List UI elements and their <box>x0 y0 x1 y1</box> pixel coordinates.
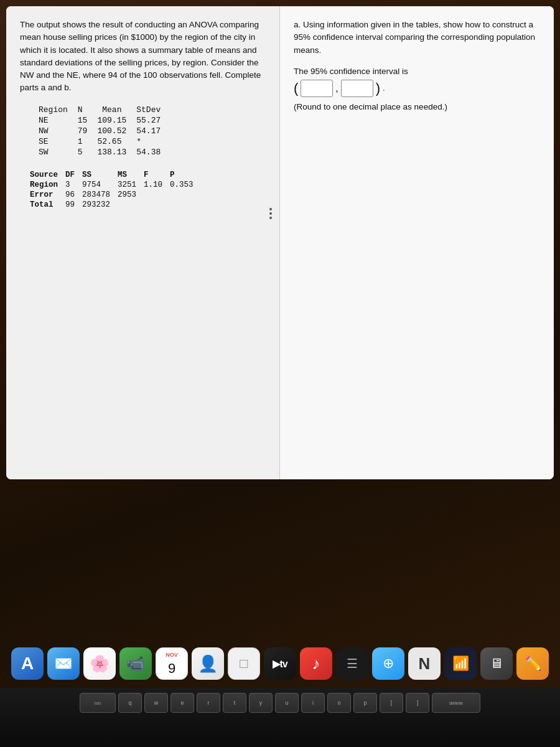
anova-error-p <box>166 190 197 200</box>
region-sw: SW <box>39 147 73 157</box>
confidence-section: The 95% confidence interval is ( , ) . (… <box>294 67 540 111</box>
anova-region-p: 0.353 <box>166 180 197 190</box>
dock-mail[interactable]: ✉️ <box>47 647 80 680</box>
anova-total-p <box>166 200 197 210</box>
anova-col-source: Source <box>26 170 62 180</box>
region-table: Region N Mean StDev NE 15 109.15 55.27 N… <box>39 105 266 157</box>
right-panel: a. Using information given in the tables… <box>280 6 554 479</box>
confidence-upper-input[interactable] <box>341 80 373 97</box>
key-p[interactable]: p <box>353 693 377 713</box>
main-content-area: The output shows the result of conductin… <box>6 6 554 479</box>
anova-col-ss: SS <box>78 170 114 180</box>
nw-n: 79 <box>73 126 93 136</box>
anova-region-ms: 3251 <box>114 180 140 190</box>
dock-photos[interactable]: 🌸 <box>83 647 116 680</box>
anova-col-p: P <box>166 170 197 180</box>
dock-contacts[interactable]: 👤 <box>192 647 224 680</box>
dock-music[interactable]: ♪ <box>300 647 332 680</box>
anova-error-label: Error <box>26 190 62 200</box>
region-se: SE <box>39 136 73 147</box>
nw-stdev: 54.17 <box>131 126 166 136</box>
dot-3 <box>269 217 272 219</box>
key-u[interactable]: u <box>275 693 299 713</box>
calendar-day: 9 <box>156 660 187 677</box>
dock: A ✉️ 🌸 📹 NOV 9 👤 □ ▶tv ♪ ☰ ⊕ N <box>0 640 560 685</box>
anova-col-ms: MS <box>114 170 140 180</box>
anova-error-ms: 2953 <box>114 190 140 200</box>
key-bracket-close[interactable]: ] <box>406 693 429 713</box>
anova-table: Source DF SS MS F P Region 3 9754 3251 1… <box>26 170 266 210</box>
close-paren: ) <box>376 82 380 95</box>
anova-total-df: 99 <box>62 200 78 210</box>
key-delete[interactable]: delete <box>432 693 480 713</box>
intro-paragraph: The output shows the result of conductin… <box>20 19 266 95</box>
ne-stdev: 55.27 <box>131 115 166 126</box>
confidence-interval-inputs: ( , ) . <box>294 80 540 97</box>
key-w[interactable]: w <box>144 693 168 713</box>
dock-launchpad[interactable]: A <box>11 647 44 680</box>
open-paren: ( <box>294 82 298 95</box>
anova-error-df: 96 <box>62 190 78 200</box>
dock-pen[interactable]: ✏️ <box>516 647 549 680</box>
sw-stdev: 54.38 <box>131 147 166 157</box>
dock-reminders[interactable]: ☰ <box>336 647 368 680</box>
ne-mean: 109.15 <box>92 115 131 126</box>
keyboard-area: tab q w e r t y u i o p [ ] delete <box>0 688 560 747</box>
left-panel: The output shows the result of conductin… <box>6 6 280 479</box>
key-o[interactable]: o <box>327 693 351 713</box>
anova-col-df: DF <box>62 170 78 180</box>
col-header-region: Region <box>39 105 73 115</box>
col-header-stdev: StDev <box>131 105 166 115</box>
dock-calendar[interactable]: NOV 9 <box>156 647 188 680</box>
dot-2 <box>269 212 272 215</box>
nw-mean: 100.52 <box>92 126 131 136</box>
anova-region-f: 1.10 <box>140 180 166 190</box>
anova-total-ss: 293232 <box>78 200 114 210</box>
key-q[interactable]: q <box>118 693 142 713</box>
key-t[interactable]: t <box>223 693 246 713</box>
dock-finder[interactable]: □ <box>228 647 260 680</box>
dot-1 <box>269 208 272 210</box>
dock-stats[interactable]: 📶 <box>444 647 477 680</box>
anova-total-f <box>140 200 166 210</box>
dock-display[interactable]: 🖥 <box>480 647 513 680</box>
dock-wifi[interactable]: ⊕ <box>372 647 404 680</box>
dock-facetime[interactable]: 📹 <box>119 647 152 680</box>
anova-region-ss: 9754 <box>78 180 114 190</box>
se-n: 1 <box>73 136 93 147</box>
col-header-n: N <box>73 105 93 115</box>
se-stdev: * <box>131 136 166 147</box>
ne-n: 15 <box>73 115 93 126</box>
comma-separator: , <box>335 83 338 94</box>
confidence-label: The 95% confidence interval is <box>294 67 540 76</box>
anova-total-ms <box>114 200 140 210</box>
region-ne: NE <box>39 115 73 126</box>
question-text: a. Using information given in the tables… <box>294 19 540 57</box>
region-nw: NW <box>39 126 73 136</box>
key-y[interactable]: y <box>249 693 273 713</box>
anova-col-f: F <box>140 170 166 180</box>
dock-tv[interactable]: ▶tv <box>264 647 296 680</box>
anova-region-df: 3 <box>62 180 78 190</box>
calendar-month: NOV <box>156 652 187 658</box>
sw-mean: 138.13 <box>92 147 131 157</box>
dock-nord[interactable]: N <box>408 647 441 680</box>
key-bracket-open[interactable]: [ <box>380 693 403 713</box>
round-note: (Round to one decimal place as needed.) <box>294 102 540 111</box>
key-r[interactable]: r <box>197 693 220 713</box>
anova-region-label: Region <box>26 180 62 190</box>
key-e[interactable]: e <box>170 693 194 713</box>
key-tab[interactable]: tab <box>80 693 116 713</box>
confidence-lower-input[interactable] <box>301 80 333 97</box>
sw-n: 5 <box>73 147 93 157</box>
more-options-button[interactable] <box>267 205 274 222</box>
anova-error-f <box>140 190 166 200</box>
se-mean: 52.65 <box>92 136 131 147</box>
key-i[interactable]: i <box>301 693 325 713</box>
col-header-mean: Mean <box>92 105 131 115</box>
anova-total-label: Total <box>26 200 62 210</box>
anova-error-ss: 283478 <box>78 190 114 200</box>
